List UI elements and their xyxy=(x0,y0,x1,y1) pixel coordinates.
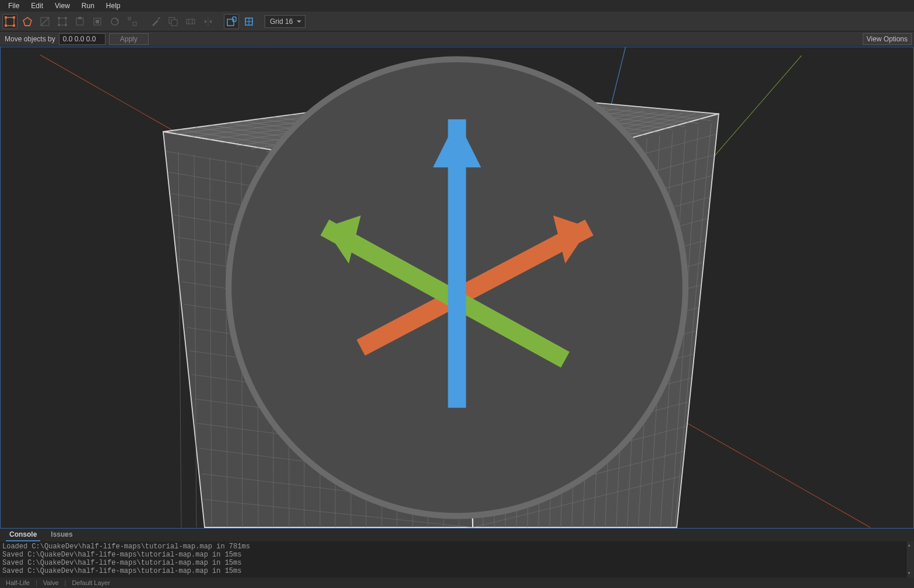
grid-size-label: Grid 16 xyxy=(270,17,293,26)
tool-csg-subtract xyxy=(166,14,181,29)
svg-rect-0 xyxy=(6,17,14,26)
console-line: Loaded C:\QuakeDev\half-life-maps\tutori… xyxy=(2,543,912,551)
svg-rect-19 xyxy=(128,17,131,20)
axis-compass[interactable] xyxy=(1,47,913,528)
console-line: Saved C:\QuakeDev\half-life-maps\tutoria… xyxy=(2,551,912,559)
menu-edit[interactable]: Edit xyxy=(25,1,49,11)
tool-vertex xyxy=(55,14,70,29)
console-scrollbar[interactable] xyxy=(906,541,914,578)
svg-line-6 xyxy=(41,17,49,26)
svg-rect-1 xyxy=(5,16,7,19)
console-line: Saved C:\QuakeDev\half-life-maps\tutoria… xyxy=(2,559,912,567)
svg-point-12 xyxy=(65,24,67,26)
menubar: File Edit View Run Help xyxy=(0,0,914,12)
svg-rect-22 xyxy=(171,20,177,26)
toolbar: Grid 16 xyxy=(0,12,914,31)
tool-uv-lock[interactable] xyxy=(241,14,256,29)
tool-clip xyxy=(37,14,52,29)
tool-select-bounds[interactable] xyxy=(2,14,17,29)
svg-marker-5 xyxy=(23,17,31,26)
status-game: Half-Life xyxy=(6,579,30,586)
menu-file[interactable]: File xyxy=(2,1,25,11)
tool-csg-hollow xyxy=(183,14,198,29)
menu-help[interactable]: Help xyxy=(100,1,126,11)
tool-scale xyxy=(125,14,140,29)
move-by-label: Move objects by xyxy=(5,35,55,43)
move-by-input[interactable] xyxy=(59,33,106,45)
svg-rect-14 xyxy=(78,17,82,19)
apply-button[interactable]: Apply xyxy=(109,33,149,45)
bottom-panel-tabs: Console Issues xyxy=(0,529,914,541)
tool-rotate xyxy=(107,14,122,29)
tool-flip xyxy=(201,14,216,29)
statusbar: Half-Life | Valve | Default Layer xyxy=(0,578,914,588)
svg-rect-4 xyxy=(13,24,15,27)
svg-rect-18 xyxy=(133,22,136,26)
svg-point-11 xyxy=(58,24,60,26)
menu-view[interactable]: View xyxy=(49,1,76,11)
grid-size-dropdown[interactable]: Grid 16 xyxy=(265,15,305,28)
tool-edge xyxy=(72,14,87,29)
tool-brush[interactable] xyxy=(20,14,35,29)
svg-rect-8 xyxy=(59,18,66,25)
tool-face xyxy=(90,14,105,29)
menu-run[interactable]: Run xyxy=(76,1,100,11)
tool-texture-lock[interactable] xyxy=(224,14,239,29)
tab-console[interactable]: Console xyxy=(6,529,40,541)
status-mod: Valve xyxy=(43,579,59,586)
svg-point-10 xyxy=(65,17,67,19)
console-line: Saved C:\QuakeDev\half-life-maps\tutoria… xyxy=(2,567,912,575)
tab-issues[interactable]: Issues xyxy=(47,529,76,541)
svg-point-17 xyxy=(111,18,118,25)
svg-point-9 xyxy=(58,17,60,19)
console-output: Loaded C:\QuakeDev\half-life-maps\tutori… xyxy=(0,541,914,578)
svg-rect-16 xyxy=(96,20,99,23)
svg-line-20 xyxy=(158,17,160,19)
secondbar: Move objects by Apply View Options xyxy=(0,31,914,47)
svg-rect-2 xyxy=(13,16,15,19)
tool-knife xyxy=(148,14,163,29)
viewport-3d[interactable] xyxy=(0,47,914,529)
svg-rect-3 xyxy=(5,24,7,27)
svg-rect-23 xyxy=(187,19,195,24)
status-separator: | xyxy=(65,579,66,586)
status-separator: | xyxy=(36,579,37,586)
view-options-button[interactable]: View Options xyxy=(863,33,912,45)
status-layer: Default Layer xyxy=(72,579,110,586)
